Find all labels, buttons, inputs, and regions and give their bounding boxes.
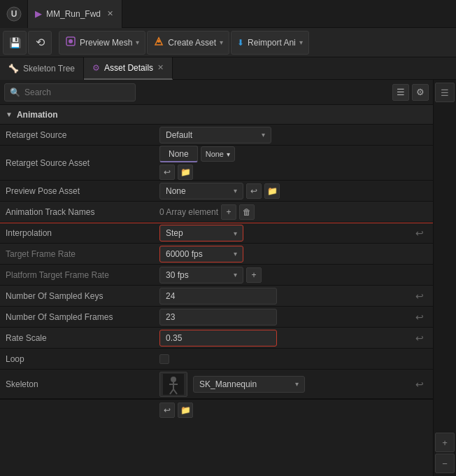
- loop-row: Loop: [0, 349, 433, 370]
- asset-details-icon: ⚙: [92, 63, 100, 73]
- search-bar-inner: 🔍: [4, 83, 390, 102]
- sampled-keys-undo-btn[interactable]: ↩: [412, 288, 427, 304]
- skeleton-tree-label: Skeleton Tree: [23, 64, 75, 74]
- top-bar: U ▶ MM_Run_Fwd ✕: [0, 0, 456, 28]
- platform-frame-rate-dropdown[interactable]: 30 fps ▾: [159, 267, 243, 284]
- retarget-asset-none-btn[interactable]: None: [159, 146, 198, 162]
- right-side-strip: ☰ + −: [434, 80, 456, 476]
- zoom-in-icon: +: [442, 438, 448, 448]
- platform-target-frame-rate-row: Platform Target Frame Rate 30 fps ▾ +: [0, 265, 433, 286]
- reimport-arrow: ▾: [299, 38, 303, 46]
- create-asset-arrow: ▾: [220, 38, 223, 46]
- create-asset-label: Create Asset: [168, 38, 216, 48]
- target-frame-rate-value: 60000 fps ▾: [159, 246, 427, 262]
- animation-track-names-row: Animation Track Names 0 Array element + …: [0, 202, 433, 223]
- skeleton-folder-btn[interactable]: 📁: [178, 402, 193, 418]
- settings-button[interactable]: ⚙: [412, 84, 429, 101]
- track-names-delete-btn[interactable]: 🗑: [239, 204, 255, 220]
- sampled-keys-input[interactable]: [159, 288, 277, 304]
- list-view-button[interactable]: ☰: [392, 84, 409, 101]
- tab-name: MM_Run_Fwd: [46, 9, 101, 19]
- dropdown-arrow4: ▾: [234, 250, 237, 258]
- skeleton-row: Skeleton SK_Mannequin ▾ ↩: [0, 370, 433, 399]
- platform-target-frame-rate-label: Platform Target Frame Rate: [6, 270, 159, 280]
- target-frame-rate-row: Target Frame Rate 60000 fps ▾: [0, 244, 433, 265]
- preview-pose-folder-btn[interactable]: 📁: [264, 183, 280, 199]
- tab-icon: ▶: [35, 8, 42, 19]
- history-button[interactable]: ⟲: [28, 31, 52, 55]
- sampled-frames-input[interactable]: [159, 309, 277, 326]
- track-names-add-btn[interactable]: +: [221, 204, 236, 220]
- search-toolbar-icons: ☰ ⚙: [392, 84, 429, 101]
- left-panel: 🔍 ☰ ⚙ ▼ Animation Retarget Source: [0, 80, 434, 476]
- create-asset-button[interactable]: Create Asset ▾: [147, 31, 229, 55]
- side-strip-menu-btn[interactable]: ☰: [435, 83, 455, 102]
- history-icon: ⟲: [36, 36, 45, 49]
- save-icon: 💾: [9, 37, 21, 48]
- editor-tab[interactable]: ▶ MM_Run_Fwd ✕: [28, 0, 122, 28]
- side-strip-menu-icon: ☰: [441, 88, 449, 98]
- reimport-button[interactable]: ⬇ Reimport Ani ▾: [231, 31, 309, 55]
- retarget-source-asset-label: Retarget Source Asset: [6, 158, 159, 168]
- side-strip-zoom-out-btn[interactable]: −: [435, 454, 455, 473]
- asset-details-tab[interactable]: ⚙ Asset Details ✕: [84, 57, 173, 80]
- retarget-asset-folder-btn[interactable]: 📁: [178, 164, 193, 180]
- platform-target-frame-rate-value: 30 fps ▾ +: [159, 267, 427, 284]
- sampled-frames-row: Number Of Sampled Frames ↩: [0, 307, 433, 328]
- preview-pose-asset-row: Preview Pose Asset None ▾ ↩ 📁: [0, 181, 433, 202]
- retarget-asset-undo-btn[interactable]: ↩: [159, 164, 175, 180]
- animation-track-names-label: Animation Track Names: [6, 207, 159, 217]
- asset-details-label: Asset Details: [104, 63, 153, 73]
- preview-mesh-label: Preview Mesh: [80, 38, 132, 48]
- preview-pose-asset-label: Preview Pose Asset: [6, 186, 159, 196]
- svg-point-4: [157, 40, 160, 43]
- interpolation-selected: Step: [166, 228, 183, 238]
- rate-scale-input[interactable]: [159, 330, 277, 346]
- animation-section-header[interactable]: ▼ Animation: [0, 105, 433, 125]
- interpolation-undo-btn[interactable]: ↩: [412, 225, 427, 241]
- sampled-frames-label: Number Of Sampled Frames: [6, 312, 159, 322]
- animation-track-names-text: 0 Array element: [159, 207, 218, 217]
- skeleton-dropdown[interactable]: SK_Mannequin ▾: [193, 376, 305, 393]
- sampled-keys-label: Number Of Sampled Keys: [6, 291, 159, 301]
- retarget-asset-dropdown[interactable]: None ▾: [201, 146, 235, 162]
- skeleton-undo-btn[interactable]: ↩: [412, 377, 427, 392]
- target-frame-rate-dropdown[interactable]: 60000 fps ▾: [159, 246, 243, 262]
- tab-close-btn[interactable]: ✕: [105, 9, 115, 19]
- animation-arrow: ▼: [6, 111, 13, 118]
- platform-frame-rate-add-btn[interactable]: +: [246, 267, 262, 283]
- sampled-frames-undo-btn[interactable]: ↩: [412, 309, 427, 325]
- main-content: 🔍 ☰ ⚙ ▼ Animation Retarget Source: [0, 80, 456, 476]
- dropdown-arrow5: ▾: [234, 271, 237, 279]
- retarget-source-selected: Default: [166, 130, 192, 140]
- rate-scale-label: Rate Scale: [6, 333, 159, 343]
- preview-pose-undo-btn[interactable]: ↩: [246, 183, 262, 199]
- search-input[interactable]: [4, 83, 136, 102]
- interpolation-dropdown[interactable]: Step ▾: [159, 225, 243, 241]
- svg-point-6: [171, 377, 176, 382]
- interpolation-row: Interpolation Step ▾ ↩: [0, 223, 433, 244]
- retarget-source-asset-row: Retarget Source Asset None None ▾ ↩ 📁: [0, 146, 433, 181]
- preview-mesh-button[interactable]: Preview Mesh ▾: [59, 31, 145, 55]
- svg-text:U: U: [10, 9, 17, 19]
- retarget-source-label: Retarget Source: [6, 130, 159, 140]
- loop-checkbox[interactable]: [159, 354, 169, 364]
- side-strip-zoom-in-btn[interactable]: +: [435, 433, 455, 452]
- rate-scale-undo-btn[interactable]: ↩: [412, 330, 427, 346]
- sampled-frames-value: ↩: [159, 309, 427, 326]
- retarget-source-dropdown[interactable]: Default ▾: [159, 127, 271, 144]
- preview-mesh-icon: [65, 36, 76, 49]
- rate-scale-row: Rate Scale ↩: [0, 328, 433, 349]
- asset-details-close[interactable]: ✕: [157, 63, 164, 72]
- loop-value: [159, 354, 427, 364]
- retarget-asset-dropdown-value: None: [206, 150, 224, 158]
- svg-point-3: [69, 39, 73, 43]
- preview-mesh-arrow: ▾: [136, 38, 139, 46]
- animation-label: Animation: [17, 110, 58, 120]
- preview-pose-dropdown[interactable]: None ▾: [159, 183, 243, 200]
- skeleton-label: Skeleton: [6, 379, 159, 389]
- skeleton-browse-btn[interactable]: ↩: [159, 402, 175, 418]
- skeleton-tree-tab[interactable]: 🦴 Skeleton Tree: [0, 57, 84, 80]
- zoom-out-icon: −: [442, 458, 448, 469]
- save-button[interactable]: 💾: [3, 31, 27, 55]
